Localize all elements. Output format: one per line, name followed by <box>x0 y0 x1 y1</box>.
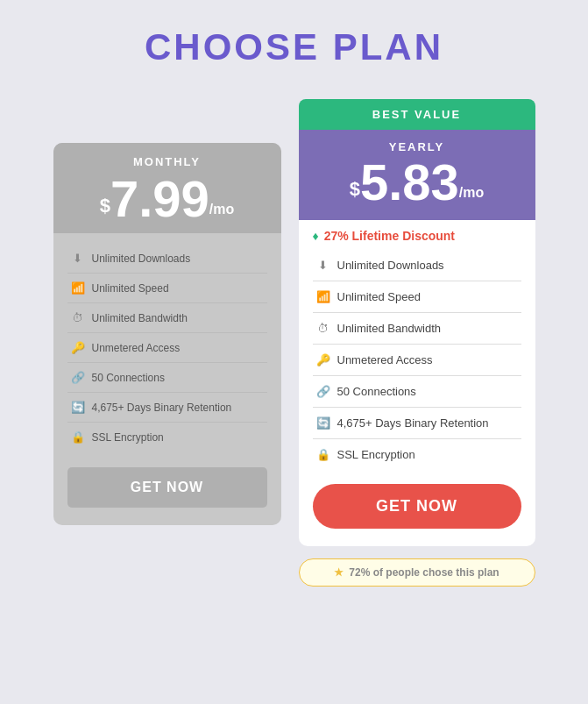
feature-text: 50 Connections <box>337 385 416 398</box>
yearly-get-now-button[interactable]: Get Now <box>313 484 521 529</box>
monthly-price-period: /mo <box>209 202 234 217</box>
list-item: 🔗 50 Connections <box>67 363 267 393</box>
feature-text: SSL Encryption <box>92 431 164 444</box>
monthly-price-main: 7.99 <box>110 174 209 224</box>
list-item: ⬇ Unlimited Downloads <box>67 244 267 274</box>
plans-container: MONTHLY $ 7.99 /mo ⬇ Unlimited Downloads… <box>53 99 535 587</box>
access-icon: 🔑 <box>71 341 85 354</box>
feature-text: Unlimited Bandwidth <box>337 322 442 335</box>
popular-text: 72% of people chose this plan <box>349 566 499 579</box>
list-item: 📶 Unlimited Speed <box>313 281 521 313</box>
ssl-icon: 🔒 <box>71 430 85 444</box>
feature-text: 50 Connections <box>92 372 165 384</box>
list-item: 🔄 4,675+ Days Binary Retention <box>313 408 521 439</box>
list-item: 🔄 4,675+ Days Binary Retention <box>67 393 267 423</box>
yearly-price-period: /mo <box>459 185 484 201</box>
feature-text: Unmetered Access <box>337 353 433 366</box>
monthly-features-list: ⬇ Unlimited Downloads 📶 Unlimited Speed … <box>53 244 281 452</box>
yearly-plan-wrapper: BEST VALUE YEARLY $ 5.83 /mo ♦ 27% Lifet… <box>299 99 535 587</box>
retention-icon: 🔄 <box>316 416 330 430</box>
list-item: ⏱ Unlimited Bandwidth <box>313 313 521 345</box>
list-item: 🔗 50 Connections <box>313 376 521 408</box>
feature-text: Unlimited Downloads <box>337 259 444 272</box>
bandwidth-icon: ⏱ <box>71 311 85 324</box>
list-item: ⬇ Unlimited Downloads <box>313 250 521 281</box>
diamond-icon: ♦ <box>313 229 319 243</box>
ssl-icon: 🔒 <box>316 448 330 461</box>
monthly-currency-sign: $ <box>100 195 110 217</box>
feature-text: Unlimited Speed <box>337 290 421 303</box>
list-item: 🔑 Unmetered Access <box>313 345 521 376</box>
retention-icon: 🔄 <box>71 401 85 414</box>
list-item: 🔑 Unmetered Access <box>67 333 267 363</box>
discount-label: 27% Lifetime Discount <box>324 229 455 243</box>
connections-icon: 🔗 <box>71 371 85 384</box>
speed-icon: 📶 <box>316 290 330 303</box>
yearly-features-list: ⬇ Unlimited Downloads 📶 Unlimited Speed … <box>299 250 535 470</box>
feature-text: 4,675+ Days Binary Retention <box>337 416 489 430</box>
download-icon: ⬇ <box>71 252 85 265</box>
yearly-price-main: 5.83 <box>360 157 459 208</box>
monthly-header: MONTHLY $ 7.99 /mo <box>53 143 281 233</box>
popular-badge: ★ 72% of people chose this plan <box>299 558 535 587</box>
access-icon: 🔑 <box>316 353 330 366</box>
list-item: 🔒 SSL Encryption <box>313 439 521 470</box>
star-icon: ★ <box>334 566 344 579</box>
feature-text: SSL Encryption <box>337 448 415 461</box>
yearly-price-block: $ 5.83 /mo <box>308 157 527 208</box>
bandwidth-icon: ⏱ <box>316 322 330 335</box>
feature-text: 4,675+ Days Binary Retention <box>92 402 232 414</box>
yearly-currency-sign: $ <box>350 178 360 201</box>
feature-text: Unlimited Speed <box>92 282 169 295</box>
yearly-header: YEARLY $ 5.83 /mo <box>299 130 535 220</box>
yearly-plan-card: YEARLY $ 5.83 /mo ♦ 27% Lifetime Discoun… <box>299 130 535 546</box>
page-title: CHOOSE PLAN <box>145 26 443 68</box>
monthly-get-now-button[interactable]: Get Now <box>67 467 267 508</box>
monthly-plan-label: MONTHLY <box>62 155 273 168</box>
connections-icon: 🔗 <box>316 385 330 398</box>
monthly-plan-card: MONTHLY $ 7.99 /mo ⬇ Unlimited Downloads… <box>53 143 281 525</box>
monthly-price-block: $ 7.99 /mo <box>62 174 273 224</box>
list-item: ⏱ Unlimited Bandwidth <box>67 303 267 333</box>
best-value-badge: BEST VALUE <box>299 99 535 130</box>
feature-text: Unlimited Downloads <box>92 252 191 265</box>
discount-text-block: ♦ 27% Lifetime Discount <box>299 220 535 246</box>
feature-text: Unmetered Access <box>92 342 181 354</box>
yearly-plan-label: YEARLY <box>308 140 527 153</box>
list-item: 🔒 SSL Encryption <box>67 423 267 452</box>
download-icon: ⬇ <box>316 259 330 272</box>
list-item: 📶 Unlimited Speed <box>67 274 267 303</box>
speed-icon: 📶 <box>71 281 85 295</box>
feature-text: Unlimited Bandwidth <box>92 312 188 324</box>
